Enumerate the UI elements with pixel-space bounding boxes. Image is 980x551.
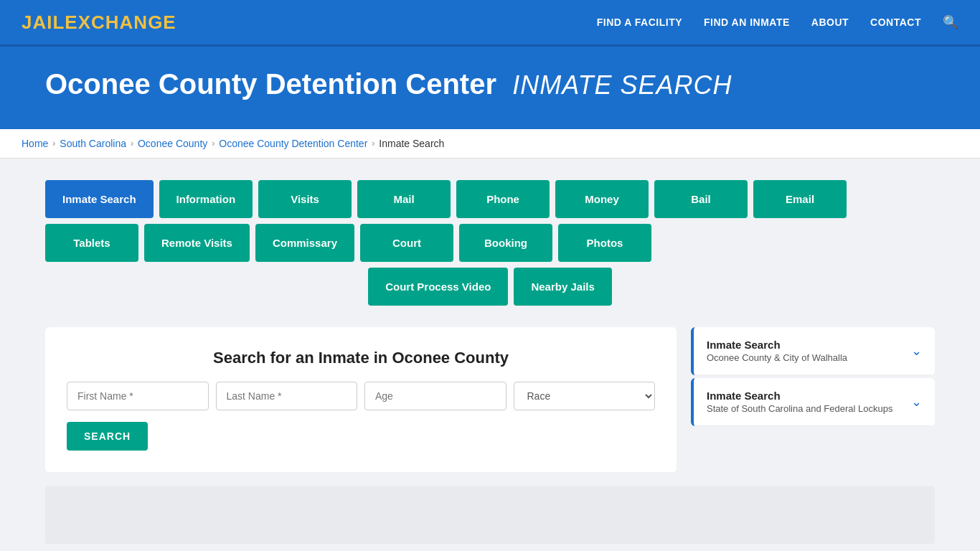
tabs-container: Inmate Search Information Visits Mail Ph… bbox=[45, 180, 935, 306]
search-button[interactable]: SEARCH bbox=[67, 422, 148, 451]
tab-visits[interactable]: Visits bbox=[258, 180, 352, 218]
tab-remote-visits[interactable]: Remote Visits bbox=[144, 224, 250, 262]
sidebar-card-local-text: Inmate Search Oconee County & City of Wa… bbox=[707, 339, 847, 363]
gray-content-strip bbox=[45, 486, 935, 544]
breadcrumb-south-carolina[interactable]: South Carolina bbox=[60, 138, 126, 149]
content-row: Search for an Inmate in Oconee County Ra… bbox=[45, 327, 935, 472]
first-name-input[interactable] bbox=[67, 382, 209, 410]
tab-photos[interactable]: Photos bbox=[558, 224, 651, 262]
nav-about[interactable]: ABOUT bbox=[811, 17, 849, 28]
sidebar-card-state-subtitle: State of South Carolina and Federal Lock… bbox=[707, 403, 892, 414]
tab-court-process-video[interactable]: Court Process Video bbox=[368, 268, 508, 306]
tab-tablets[interactable]: Tablets bbox=[45, 224, 138, 262]
sidebar-card-local-title: Inmate Search bbox=[707, 339, 847, 351]
breadcrumb: Home › South Carolina › Oconee County › … bbox=[0, 129, 980, 159]
tab-money[interactable]: Money bbox=[555, 180, 649, 218]
breadcrumb-oconee-county[interactable]: Oconee County bbox=[138, 138, 207, 149]
nav-find-facility[interactable]: FIND A FACILITY bbox=[597, 17, 682, 28]
main-content: Inmate Search Information Visits Mail Ph… bbox=[24, 159, 956, 551]
search-inputs: Race White Black Hispanic Asian Other bbox=[67, 382, 655, 410]
tab-nearby-jails[interactable]: Nearby Jails bbox=[514, 268, 611, 306]
tab-bail[interactable]: Bail bbox=[654, 180, 748, 218]
sidebar-card-local: Inmate Search Oconee County & City of Wa… bbox=[691, 327, 935, 375]
breadcrumb-facility[interactable]: Oconee County Detention Center bbox=[219, 138, 367, 149]
breadcrumb-sep-2: › bbox=[131, 138, 133, 149]
sidebar: Inmate Search Oconee County & City of Wa… bbox=[691, 327, 935, 429]
age-input[interactable] bbox=[364, 382, 507, 410]
page-title-main: Oconee County Detention Center bbox=[45, 68, 496, 100]
sidebar-card-state-text: Inmate Search State of South Carolina an… bbox=[707, 390, 892, 414]
sidebar-card-state-title: Inmate Search bbox=[707, 390, 892, 402]
sidebar-card-local-subtitle: Oconee County & City of Walhalla bbox=[707, 352, 847, 363]
hero-banner: Oconee County Detention Center INMATE SE… bbox=[0, 47, 980, 129]
tab-mail[interactable]: Mail bbox=[357, 180, 451, 218]
breadcrumb-home[interactable]: Home bbox=[22, 138, 48, 149]
logo-jail: JAIL bbox=[22, 11, 65, 33]
page-title: Oconee County Detention Center INMATE SE… bbox=[45, 68, 935, 100]
tab-email[interactable]: Email bbox=[753, 180, 847, 218]
sidebar-card-state: Inmate Search State of South Carolina an… bbox=[691, 378, 935, 426]
site-logo[interactable]: JAILEXCHANGE bbox=[22, 11, 176, 34]
tab-court[interactable]: Court bbox=[360, 224, 453, 262]
tabs-row-3: Court Process Video Nearby Jails bbox=[45, 268, 935, 306]
navigation: JAILEXCHANGE FIND A FACILITY FIND AN INM… bbox=[0, 0, 980, 47]
chevron-down-icon: ⌄ bbox=[911, 343, 922, 359]
tab-commissary[interactable]: Commissary bbox=[255, 224, 354, 262]
breadcrumb-sep-1: › bbox=[52, 138, 55, 149]
search-form-title: Search for an Inmate in Oconee County bbox=[67, 349, 655, 367]
breadcrumb-sep-3: › bbox=[212, 138, 215, 149]
breadcrumb-sep-4: › bbox=[372, 138, 374, 149]
race-select[interactable]: Race White Black Hispanic Asian Other bbox=[514, 382, 656, 410]
nav-contact[interactable]: CONTACT bbox=[870, 17, 921, 28]
sidebar-card-local-header[interactable]: Inmate Search Oconee County & City of Wa… bbox=[694, 327, 935, 375]
search-form-box: Search for an Inmate in Oconee County Ra… bbox=[45, 327, 677, 472]
tab-inmate-search[interactable]: Inmate Search bbox=[45, 180, 154, 218]
search-icon[interactable]: 🔍 bbox=[943, 14, 958, 30]
breadcrumb-current: Inmate Search bbox=[379, 138, 444, 149]
page-title-italic: INMATE SEARCH bbox=[512, 70, 732, 100]
last-name-input[interactable] bbox=[216, 382, 358, 410]
sidebar-card-state-header[interactable]: Inmate Search State of South Carolina an… bbox=[694, 378, 935, 426]
logo-exchange: EXCHANGE bbox=[65, 11, 176, 33]
tab-booking[interactable]: Booking bbox=[459, 224, 552, 262]
chevron-down-icon-2: ⌄ bbox=[911, 394, 922, 410]
tab-phone[interactable]: Phone bbox=[456, 180, 550, 218]
nav-links: FIND A FACILITY FIND AN INMATE ABOUT CON… bbox=[597, 14, 958, 30]
nav-find-inmate[interactable]: FIND AN INMATE bbox=[704, 17, 790, 28]
tab-information[interactable]: Information bbox=[159, 180, 253, 218]
